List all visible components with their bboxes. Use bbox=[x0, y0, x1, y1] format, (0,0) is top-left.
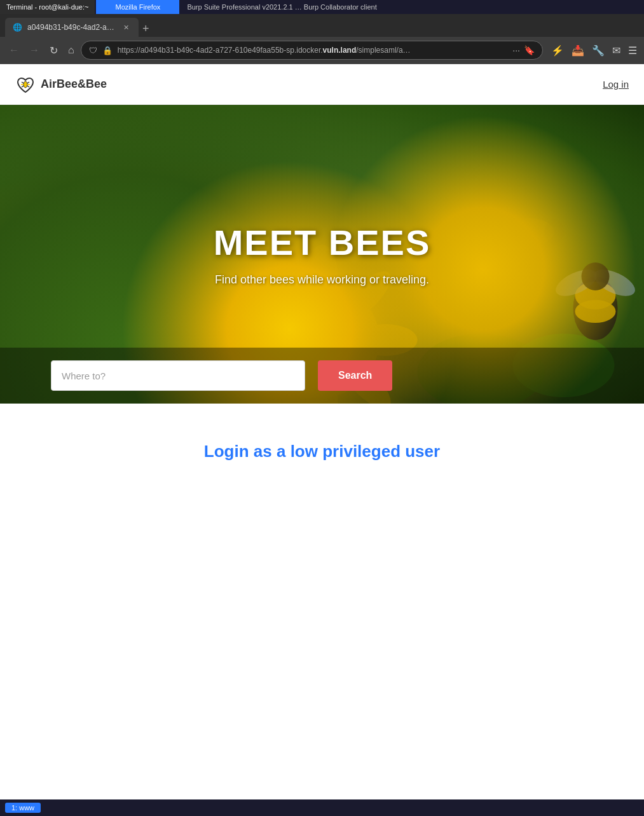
address-bar[interactable]: 🛡 🔒 https://a0494b31-b49c-4ad2-a727-610e… bbox=[81, 41, 543, 60]
new-tab-button[interactable]: + bbox=[142, 23, 149, 34]
hero-section: MEET BEES Find other bees while working … bbox=[0, 105, 644, 404]
browser-toolbar: ⚡ 📥 🔧 ✉ ☰ bbox=[549, 43, 639, 58]
where-to-input[interactable] bbox=[51, 360, 305, 391]
search-area: Search bbox=[0, 348, 644, 404]
settings-icon[interactable]: 🔧 bbox=[590, 43, 606, 58]
os-taskbar: Terminal - root@kali-due:~ Mozilla Firef… bbox=[0, 0, 644, 14]
login-link[interactable]: Log in bbox=[603, 79, 629, 90]
svg-line-5 bbox=[22, 86, 24, 87]
downloads-icon[interactable]: 📥 bbox=[570, 43, 586, 58]
tab-title: a0494b31-b49c-4ad2-a727 bbox=[27, 23, 116, 32]
home-button[interactable]: ⌂ bbox=[64, 42, 78, 58]
bookmark-icon[interactable]: 🔖 bbox=[524, 45, 535, 55]
site-navbar: AirBee&Bee Log in bbox=[0, 64, 644, 105]
svg-point-0 bbox=[24, 81, 27, 88]
hero-subtitle: Find other bees while working or traveli… bbox=[215, 273, 429, 287]
hero-title: MEET BEES bbox=[214, 222, 431, 263]
logo-icon bbox=[15, 74, 36, 95]
extensions-icon[interactable]: ⚡ bbox=[549, 43, 566, 58]
svg-line-2 bbox=[27, 82, 29, 83]
url-display: https://a0494b31-b49c-4ad2-a727-610e49fa… bbox=[118, 46, 509, 55]
browser-tabs-bar: 🌐 a0494b31-b49c-4ad2-a727 ✕ + bbox=[0, 14, 644, 37]
terminal-taskbar-item[interactable]: Terminal - root@kali-due:~ bbox=[0, 0, 95, 14]
reload-button[interactable]: ↻ bbox=[46, 42, 62, 59]
menu-icon[interactable]: ☰ bbox=[626, 43, 639, 58]
bottom-taskbar: 1: www bbox=[0, 799, 644, 816]
burp-label: Burp Suite Professional v2021.2.1 … Burp… bbox=[187, 3, 376, 11]
tab-favicon: 🌐 bbox=[13, 23, 22, 32]
more-options-icon[interactable]: ··· bbox=[512, 45, 520, 55]
burp-taskbar-item[interactable]: Burp Suite Professional v2021.2.1 … Burp… bbox=[181, 0, 383, 14]
search-button[interactable]: Search bbox=[318, 360, 392, 391]
url-post: /simplesaml/a… bbox=[356, 46, 410, 55]
svg-line-6 bbox=[27, 86, 29, 87]
back-button[interactable]: ← bbox=[5, 42, 23, 58]
tab-close-button[interactable]: ✕ bbox=[121, 23, 131, 32]
browser-navigation-bar: ← → ↻ ⌂ 🛡 🔒 https://a0494b31-b49c-4ad2-a… bbox=[0, 37, 644, 64]
firefox-taskbar-item[interactable]: Mozilla Firefox bbox=[96, 0, 179, 14]
mail-icon[interactable]: ✉ bbox=[610, 43, 622, 58]
firefox-label: Mozilla Firefox bbox=[115, 3, 160, 11]
terminal-label: Terminal - root@kali-due:~ bbox=[6, 3, 88, 11]
main-content: Login as a low privileged user bbox=[0, 404, 644, 721]
forward-button[interactable]: → bbox=[25, 42, 43, 58]
logo-text: AirBee&Bee bbox=[41, 78, 107, 91]
security-shield-icon: 🛡 bbox=[89, 46, 97, 55]
website-content: AirBee&Bee Log in bbox=[0, 64, 644, 721]
low-priv-user-link[interactable]: Login as a low privileged user bbox=[204, 442, 440, 461]
browser-chrome: 🌐 a0494b31-b49c-4ad2-a727 ✕ + ← → ↻ ⌂ 🛡 … bbox=[0, 14, 644, 64]
url-pre: https://a0494b31-b49c-4ad2-a727-610e49fa… bbox=[118, 46, 323, 55]
browser-tab-active[interactable]: 🌐 a0494b31-b49c-4ad2-a727 ✕ bbox=[5, 18, 139, 37]
taskbar-www-item[interactable]: 1: www bbox=[5, 803, 41, 813]
address-bar-icons: ··· 🔖 bbox=[512, 45, 535, 55]
url-bold-part: vuln.land bbox=[323, 46, 357, 55]
site-logo: AirBee&Bee bbox=[15, 74, 107, 95]
svg-line-1 bbox=[22, 82, 24, 83]
lock-icon: 🔒 bbox=[102, 46, 113, 55]
